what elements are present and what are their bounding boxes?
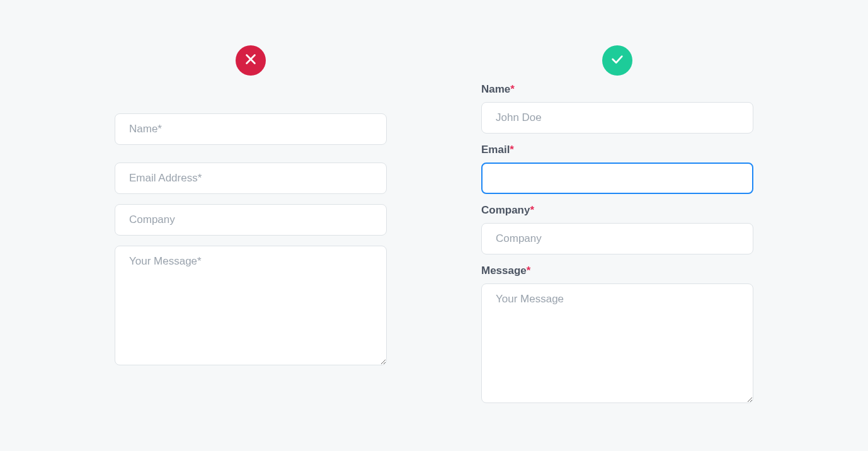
good-message-group: Message* [481, 265, 753, 406]
bad-company-group [115, 204, 387, 236]
good-name-input[interactable] [481, 102, 753, 134]
required-marker: * [530, 204, 534, 216]
bad-form [115, 83, 387, 368]
good-message-textarea[interactable] [481, 283, 753, 403]
good-company-group: Company* [481, 204, 753, 254]
required-marker: * [510, 83, 515, 95]
good-name-label: Name* [481, 83, 753, 96]
good-badge [602, 45, 632, 76]
good-example-column: Name* Email* Company* Message* [481, 45, 753, 416]
bad-name-input[interactable] [115, 113, 387, 145]
good-message-label: Message* [481, 265, 753, 277]
good-name-group: Name* [481, 83, 753, 134]
bad-email-group [115, 163, 387, 194]
label-text: Message [481, 265, 527, 277]
label-text: Company [481, 204, 530, 216]
label-text: Name [481, 83, 510, 95]
bad-email-input[interactable] [115, 163, 387, 194]
label-text: Email [481, 144, 510, 156]
good-company-label: Company* [481, 204, 753, 217]
good-form: Name* Email* Company* Message* [481, 83, 753, 416]
comparison-container: Name* Email* Company* Message* [0, 0, 868, 416]
close-icon [244, 52, 258, 69]
good-email-input[interactable] [481, 163, 753, 194]
bad-badge [236, 45, 266, 76]
bad-message-group [115, 246, 387, 368]
good-email-group: Email* [481, 144, 753, 194]
good-email-label: Email* [481, 144, 753, 156]
good-company-input[interactable] [481, 223, 753, 254]
bad-message-textarea[interactable] [115, 246, 387, 365]
required-marker: * [527, 265, 531, 277]
bad-example-column [115, 45, 387, 416]
bad-name-group [115, 113, 387, 145]
bad-company-input[interactable] [115, 204, 387, 236]
check-icon [610, 52, 624, 69]
required-marker: * [510, 144, 514, 156]
